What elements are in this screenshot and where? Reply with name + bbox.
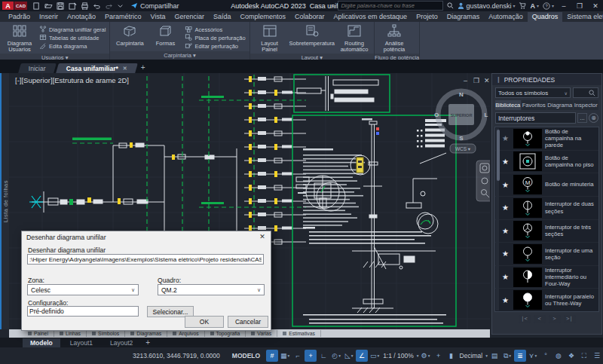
category-input[interactable]: Interruptores bbox=[495, 112, 576, 124]
config-input[interactable] bbox=[27, 306, 139, 317]
quick-properties-icon[interactable]: ▤ bbox=[488, 350, 500, 362]
edita-diagrama-button[interactable]: Edita diagrama bbox=[39, 42, 106, 50]
gizmo-icon[interactable]: ° bbox=[540, 350, 552, 362]
cancel-button[interactable]: Cancelar bbox=[228, 316, 268, 328]
isodraft-icon[interactable]: ◺▾ bbox=[343, 350, 355, 362]
lineweight-icon[interactable]: ▭▾ bbox=[369, 350, 381, 362]
ribbon-tab-aplicativos-em-destaque[interactable]: Aplicativos em destaque bbox=[329, 12, 412, 22]
ribbon-tab-sistema-eletrico[interactable]: Sistema eletrico bbox=[562, 12, 603, 22]
new-layout-button[interactable]: + bbox=[142, 338, 153, 347]
favorite-star-icon[interactable]: ★ bbox=[502, 181, 510, 189]
toolbar-item-varias[interactable]: Varias bbox=[246, 330, 277, 337]
units-control[interactable]: Decimal bbox=[458, 352, 485, 359]
diagrama-unifilar-geral-button[interactable]: Diagrama unifilar geral bbox=[39, 26, 106, 33]
quadro-dropdown[interactable]: QM.2∨ bbox=[158, 284, 265, 295]
graphics-performance-icon[interactable]: ❖ bbox=[565, 350, 577, 362]
ribbon-panel-title[interactable]: Carpintaria ▾ bbox=[110, 51, 249, 60]
crosshair-icon[interactable]: + bbox=[433, 350, 445, 362]
selection-cycling-icon[interactable]: ≣ bbox=[514, 350, 526, 362]
palette-tab-biblioteca[interactable]: Biblioteca bbox=[495, 100, 521, 110]
app-logo-icon[interactable]: A bbox=[2, 2, 14, 10]
toolbar-item-arquivos[interactable]: Arquivos bbox=[167, 330, 204, 337]
help-icon[interactable]: ?▾ bbox=[543, 2, 554, 10]
ribbon-tab-automacao[interactable]: Automação bbox=[484, 12, 528, 22]
carpentry-button[interactable]: Carpintaria bbox=[114, 23, 145, 47]
favorite-star-icon[interactable]: ★ bbox=[502, 158, 510, 166]
search-expand-icon[interactable]: ▸ bbox=[332, 3, 334, 8]
minimize-button[interactable]: – bbox=[558, 2, 570, 10]
new-file-icon[interactable] bbox=[31, 2, 41, 11]
symbol-search-box[interactable] bbox=[573, 87, 598, 98]
layout-panel-button[interactable]: LayoutPainel bbox=[254, 23, 286, 54]
editar-perfuracao-button[interactable]: Editar perfuração bbox=[185, 42, 245, 50]
file-tab-casa-unifamiliar[interactable]: Casa unifamiliar*✕ bbox=[56, 63, 138, 73]
power-analysis-button[interactable]: Análisepotência bbox=[378, 23, 410, 54]
user-menu[interactable]: gustavo.denski▾ bbox=[458, 2, 515, 10]
viewport-label[interactable]: [-][Superior][Estrutura de arame 2D] bbox=[15, 76, 129, 84]
plot-icon[interactable] bbox=[79, 2, 90, 11]
grid-icon[interactable]: # bbox=[266, 350, 278, 362]
symbol-list-item[interactable]: ★Interruptor de uma seção bbox=[495, 243, 598, 266]
ribbon-tab-colaborar[interactable]: Colaborar bbox=[290, 12, 329, 22]
file-tab-close-icon[interactable]: ✕ bbox=[123, 66, 127, 72]
favorite-star-icon[interactable]: ★ bbox=[502, 296, 510, 304]
project-path-input[interactable] bbox=[27, 254, 264, 265]
ribbon-tab-quadros[interactable]: Quadros bbox=[528, 12, 563, 22]
dialog-title[interactable]: Desenhar diagrama unifilar bbox=[22, 231, 271, 243]
routing-button[interactable]: Routingautomático bbox=[338, 23, 370, 54]
pager-next-icon[interactable]: > bbox=[549, 315, 561, 323]
tabelas-de-utilidade-button[interactable]: Tabelas de utilidade bbox=[39, 34, 106, 41]
ribbon-tab-diagramas[interactable]: Diagramas bbox=[442, 12, 485, 22]
ribbon-tab-projeto[interactable]: Projeto bbox=[412, 12, 442, 22]
monitor-icon[interactable]: ⧉▾ bbox=[501, 350, 513, 362]
symbol-list-item[interactable]: ★Interruptor de três seções bbox=[495, 220, 598, 243]
palette-tab-inspector[interactable]: Inspector bbox=[574, 100, 599, 110]
model-space-button[interactable]: MODELO bbox=[232, 352, 260, 359]
infocenter-search-input[interactable] bbox=[338, 1, 443, 11]
ribbon-tab-vista[interactable]: Vista bbox=[146, 12, 170, 22]
new-file-tab-button[interactable]: + bbox=[139, 63, 148, 72]
annotation-scale-control[interactable]: 1:1 / 100% bbox=[381, 352, 415, 359]
search-icon[interactable] bbox=[447, 2, 454, 9]
toolbar-item-diagramas[interactable]: Diagramas bbox=[125, 330, 167, 337]
cart-icon[interactable] bbox=[519, 2, 526, 9]
acessorios-button[interactable]: Acessórios bbox=[185, 26, 245, 33]
isolate-objects-icon[interactable]: ◍ bbox=[552, 350, 565, 362]
symbol-list-scrollbar[interactable] bbox=[496, 128, 499, 310]
symbol-list-item[interactable]: ★Interruptor de duas seções bbox=[495, 197, 598, 220]
ribbon-tab-gerenciar[interactable]: Gerenciar bbox=[170, 12, 209, 22]
customization-menu-icon[interactable]: ☰ bbox=[591, 350, 603, 362]
pager-prev-icon[interactable]: < bbox=[534, 315, 546, 323]
favorite-star-icon[interactable]: ★ bbox=[502, 249, 510, 258]
toolbar-item-simbolos[interactable]: Símbolos bbox=[87, 330, 125, 337]
symbol-filter-dropdown[interactable]: Todos os símbolos∨ bbox=[495, 87, 571, 98]
pager-last-icon[interactable]: >| bbox=[564, 315, 576, 323]
restore-button[interactable]: ❐ bbox=[574, 2, 586, 10]
snap-icon[interactable]: ▦▾ bbox=[279, 350, 291, 362]
customize-qat-icon[interactable] bbox=[115, 2, 126, 11]
dialog-close-icon[interactable]: ✕ bbox=[257, 233, 268, 240]
close-button[interactable]: ✕ bbox=[589, 2, 601, 10]
share-button[interactable]: Compartilhar bbox=[131, 2, 179, 10]
symbol-list-item[interactable]: ★Botão de campainha no piso bbox=[495, 151, 598, 174]
ribbon-tab-padrao[interactable]: Padrão bbox=[4, 12, 35, 22]
symbol-list-item[interactable]: ★Botão de campainha na parede bbox=[495, 127, 598, 151]
symbol-list-item[interactable]: ★Interruptor intermediário ou Four-Way bbox=[495, 266, 598, 289]
annotation-monitor-icon[interactable]: ▮ bbox=[445, 350, 458, 362]
shapes-button[interactable]: Formas bbox=[149, 23, 181, 47]
palette-tab-favoritos[interactable]: Favoritos bbox=[522, 100, 547, 110]
ok-button[interactable]: OK bbox=[185, 316, 224, 328]
pager-first-icon[interactable]: |< bbox=[519, 315, 531, 323]
toolbar-item-estimativas[interactable]: Estimativas bbox=[277, 330, 321, 337]
annotation-settings-icon[interactable]: ⚙▾ bbox=[420, 350, 432, 362]
category-browse-button[interactable]: ... bbox=[577, 113, 587, 123]
zona-dropdown[interactable]: Celesc∨ bbox=[27, 284, 139, 295]
ribbon-tab-inserir[interactable]: Inserir bbox=[35, 12, 63, 22]
clean-screen-icon[interactable]: ⛶ bbox=[578, 350, 590, 362]
panel-diagram-button[interactable]: DiagramaUsuarios bbox=[4, 23, 35, 54]
open-file-icon[interactable] bbox=[43, 2, 54, 11]
ribbon-tab-complementos[interactable]: Complementos bbox=[236, 12, 291, 22]
symbol-list-item[interactable]: ★Interruptor paralelo ou Three-Way bbox=[495, 289, 598, 311]
layout-tab-layout1[interactable]: Layout1 bbox=[63, 338, 100, 347]
layout-tab-modelo[interactable]: Modelo bbox=[23, 338, 60, 347]
